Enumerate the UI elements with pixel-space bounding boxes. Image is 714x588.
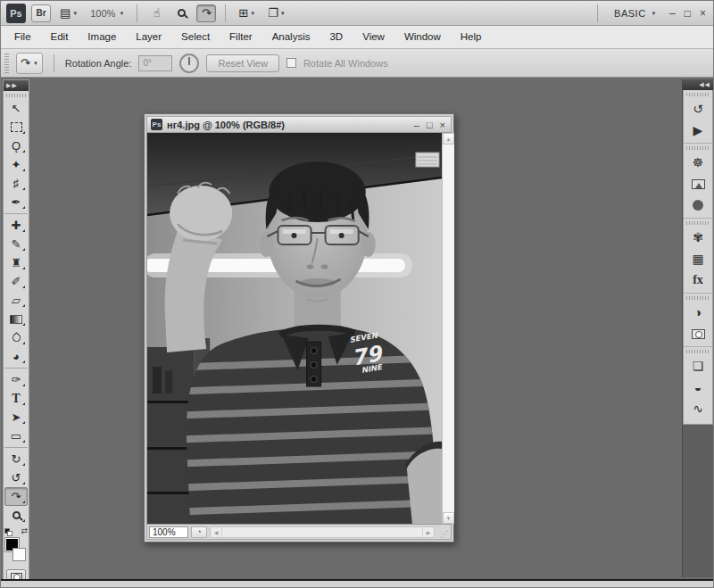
styles-panel-button[interactable]: fx <box>685 269 710 291</box>
menu-select[interactable]: Select <box>171 26 220 48</box>
menu-file[interactable]: File <box>4 26 41 48</box>
quick-select-tool[interactable]: ✦ <box>4 155 28 174</box>
history-brush-tool[interactable]: ✐ <box>4 272 28 291</box>
zoom-tool-button[interactable] <box>171 4 191 22</box>
menu-3d[interactable]: 3D <box>320 26 353 48</box>
dodge-tool[interactable]: ◕ <box>4 347 28 366</box>
brush-tool[interactable]: ✎ <box>4 235 28 253</box>
menu-analysis[interactable]: Analysis <box>262 26 320 48</box>
rotate-view-tool-icon: ↷ <box>12 491 21 502</box>
crop-tool[interactable]: ♯ <box>4 174 28 193</box>
document-title-bar[interactable]: Ps нг4.jpg @ 100% (RGB/8#) – □ × <box>146 116 452 132</box>
color-panel-button[interactable]: ✾ <box>685 227 710 248</box>
minimize-button[interactable]: – <box>669 7 676 20</box>
menu-edit[interactable]: Edit <box>41 26 79 48</box>
toolbox-divider <box>4 447 28 448</box>
menu-view[interactable]: View <box>353 26 394 48</box>
path-select-tool[interactable]: ➤ <box>4 408 28 427</box>
document-canvas[interactable]: SEVEN 79 NINE <box>147 133 442 524</box>
document-minimize-button[interactable]: – <box>414 120 419 130</box>
navigator-panel-button[interactable]: ☸ <box>685 152 710 173</box>
rotate-all-windows-checkbox[interactable] <box>286 58 296 68</box>
document-maximize-button[interactable]: □ <box>427 120 433 130</box>
panel-grip[interactable] <box>686 296 710 300</box>
view-extras-button[interactable]: ▤ ▼ <box>56 4 81 22</box>
zoom-level-control[interactable]: 100% ▼ <box>87 8 128 19</box>
toolbox-collapse-button[interactable]: ▶▶ <box>4 80 29 91</box>
eraser-tool[interactable]: ▱ <box>4 291 28 310</box>
adjustments-panel-button[interactable]: ◑ <box>685 302 710 323</box>
pen-tool[interactable]: ✑ <box>4 370 28 389</box>
launch-bridge-button[interactable]: Br <box>31 4 51 22</box>
rotate-view-tool[interactable]: ↷ <box>4 487 28 506</box>
masks-panel-button[interactable] <box>685 323 710 344</box>
document-zoom-field[interactable]: 100% <box>149 526 188 538</box>
scroll-down-button[interactable]: ▼ <box>443 512 454 524</box>
clone-stamp-tool[interactable]: ♜ <box>4 253 28 272</box>
3d-rotate-tool[interactable]: ↻ <box>4 450 28 468</box>
current-tool-button[interactable]: ↷ ▼ <box>16 53 43 74</box>
rotate-view-button[interactable]: ↷ <box>196 4 216 22</box>
paths-panel-button[interactable]: ∿ <box>685 398 710 419</box>
menu-layer[interactable]: Layer <box>126 26 171 48</box>
background-color-swatch[interactable] <box>12 548 26 561</box>
flyout-indicator <box>22 440 25 443</box>
close-button[interactable]: × <box>700 7 706 20</box>
3d-orbit-tool[interactable]: ↺ <box>4 468 28 487</box>
eyedropper-tool[interactable]: ✒ <box>4 193 28 211</box>
horizontal-scrollbar[interactable]: ◀ ▶ <box>210 526 435 538</box>
channels-panel-button[interactable]: ◒ <box>685 377 710 398</box>
layers-panel-button[interactable]: ❏ <box>685 355 710 377</box>
scroll-right-button[interactable]: ▶ <box>422 526 434 538</box>
options-bar-grip[interactable] <box>4 54 9 73</box>
hand-tool-button[interactable]: ☝ <box>146 4 166 22</box>
options-bar: ↷ ▼ Rotation Angle: 0° Reset View Rotate… <box>1 49 714 78</box>
histogram-panel-button[interactable] <box>685 173 710 195</box>
dock-groups: ↺▶☸✾▦fx◑❏◒∿ <box>683 90 713 425</box>
default-colors-button[interactable] <box>4 528 12 536</box>
maximize-button[interactable]: □ <box>685 7 691 20</box>
dock-collapse-button[interactable]: ◀◀ <box>683 79 713 90</box>
menu-help[interactable]: Help <box>451 26 492 48</box>
document-close-button[interactable]: × <box>440 120 445 130</box>
vertical-scrollbar[interactable]: ▲ ▼ <box>442 133 454 524</box>
menu-image[interactable]: Image <box>78 26 126 48</box>
workspace-switcher[interactable]: BASIC ▼ <box>607 8 664 19</box>
marquee-tool[interactable] <box>4 118 28 137</box>
menu-filter[interactable]: Filter <box>220 26 262 48</box>
marquee-tool-icon <box>11 122 22 132</box>
blur-tool[interactable] <box>4 328 28 347</box>
resize-grip[interactable]: ⋰ <box>437 526 449 538</box>
swatches-panel-button[interactable]: ▦ <box>685 248 710 269</box>
rotate-view-icon: ↷ <box>21 57 30 69</box>
panel-grip[interactable] <box>686 146 710 150</box>
lasso-tool[interactable]: Ǫ <box>4 137 28 155</box>
reset-view-button[interactable]: Reset View <box>206 54 278 72</box>
healing-tool[interactable]: ✚ <box>4 216 28 235</box>
gradient-tool[interactable] <box>4 310 28 328</box>
scroll-left-button[interactable]: ◀ <box>211 526 222 538</box>
rotation-dial[interactable] <box>179 54 199 73</box>
move-tool[interactable]: ↖ <box>4 99 28 118</box>
3d-orbit-tool-icon: ↺ <box>12 472 21 484</box>
actions-panel-button[interactable]: ▶ <box>685 120 710 141</box>
arrange-documents-button[interactable]: ⊞ ▼ <box>235 4 259 22</box>
history-panel-button[interactable]: ↺ <box>685 98 710 120</box>
rotation-angle-field[interactable]: 0° <box>138 55 172 71</box>
type-tool[interactable]: T <box>4 389 28 408</box>
screen-mode-button[interactable]: ❐ ▼ <box>264 4 289 22</box>
scroll-up-button[interactable]: ▲ <box>443 133 454 145</box>
panel-grip[interactable] <box>686 350 710 353</box>
swap-colors-button[interactable]: ⇄ <box>21 526 28 535</box>
toolbox-grip[interactable] <box>6 94 26 97</box>
chevron-down-icon: ▼ <box>119 11 124 16</box>
zoom-tool[interactable] <box>4 506 28 525</box>
arrange-documents-icon: ⊞ <box>238 7 248 19</box>
panel-grip[interactable] <box>686 221 710 225</box>
panel-grip[interactable] <box>686 93 710 96</box>
shape-tool[interactable]: ▭ <box>4 427 28 445</box>
status-menu-button[interactable]: ◔ <box>191 526 207 538</box>
info-panel-button[interactable] <box>685 195 710 216</box>
healing-tool-icon: ✚ <box>12 219 21 231</box>
menu-window[interactable]: Window <box>394 26 451 48</box>
